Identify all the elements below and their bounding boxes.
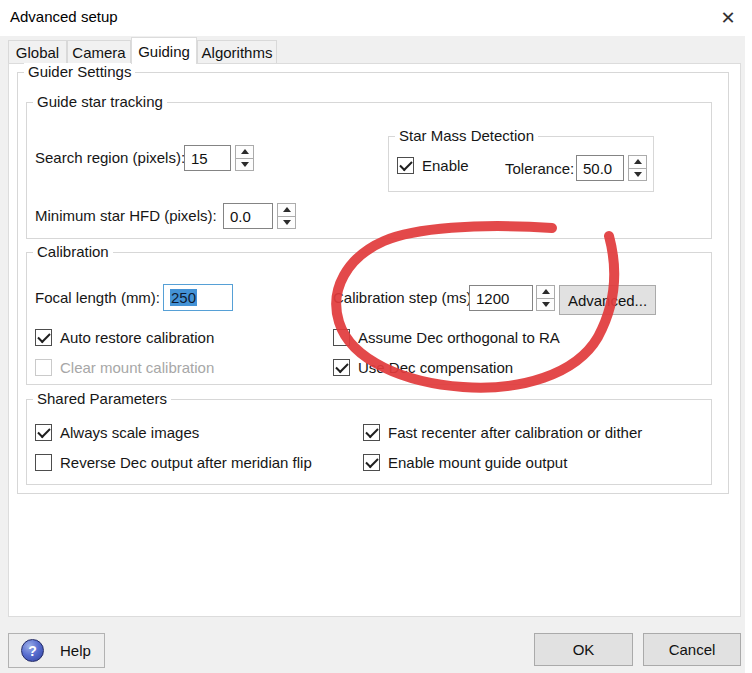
checkbox-box — [363, 454, 380, 471]
checkbox-box — [35, 454, 52, 471]
arrow-down-icon — [542, 302, 550, 307]
checkbox-label: Enable — [422, 157, 469, 174]
search-region-value: 15 — [191, 150, 208, 167]
assume-dec-orthogonal-checkbox[interactable]: Assume Dec orthogonal to RA — [333, 329, 560, 346]
guiding-tab-page: Guider Settings Guide star tracking Sear… — [8, 63, 741, 617]
spin-up-button[interactable] — [277, 203, 296, 217]
fast-recenter-checkbox[interactable]: Fast recenter after calibration or dithe… — [363, 424, 642, 441]
checkbox-box — [397, 157, 414, 174]
guide-star-tracking-label: Guide star tracking — [33, 93, 167, 110]
enable-checkbox[interactable]: Enable — [397, 157, 469, 174]
min-star-hfd-label: Minimum star HFD (pixels): — [35, 207, 217, 224]
calibration-step-input[interactable]: 1200 — [469, 285, 533, 311]
clear-mount-calibration-checkbox: Clear mount calibration — [35, 359, 214, 376]
spin-up-button[interactable] — [628, 155, 647, 169]
focal-length-input[interactable]: 250 — [163, 284, 233, 311]
spin-down-button[interactable] — [277, 217, 296, 230]
help-question-icon: ? — [21, 639, 44, 662]
checkbox-label: Use Dec compensation — [358, 359, 513, 376]
checkbox-box — [35, 359, 52, 376]
guider-settings-label: Guider Settings — [24, 63, 135, 80]
reverse-dec-output-checkbox[interactable]: Reverse Dec output after meridian flip — [35, 454, 312, 471]
tolerance-label: Tolerance: — [505, 160, 574, 177]
arrow-down-icon — [241, 162, 249, 167]
shared-parameters-group: Shared Parameters Always scale images Fa… — [26, 399, 712, 485]
arrow-up-icon — [283, 207, 291, 212]
tolerance-spinner — [628, 155, 647, 181]
calibration-group: Calibration Focal length (mm): 250 Calib… — [26, 252, 712, 385]
calibration-label: Calibration — [33, 243, 113, 260]
min-star-hfd-value: 0.0 — [230, 208, 251, 225]
focal-length-label: Focal length (mm): — [35, 289, 160, 306]
calibration-step-spinner — [536, 285, 555, 311]
star-mass-detection-label: Star Mass Detection — [395, 127, 538, 144]
checkbox-label: Fast recenter after calibration or dithe… — [388, 424, 642, 441]
always-scale-images-checkbox[interactable]: Always scale images — [35, 424, 199, 441]
tab-global[interactable]: Global — [8, 40, 67, 64]
checkbox-label: Enable mount guide output — [388, 454, 567, 471]
arrow-up-icon — [241, 149, 249, 154]
arrow-up-icon — [542, 289, 550, 294]
checkbox-label: Reverse Dec output after meridian flip — [60, 454, 312, 471]
cancel-button[interactable]: Cancel — [643, 633, 741, 666]
star-mass-detection-group: Star Mass Detection Enable Tolerance: 50… — [388, 136, 654, 192]
guider-settings-group: Guider Settings Guide star tracking Sear… — [17, 72, 729, 494]
ok-button[interactable]: OK — [534, 633, 633, 666]
search-region-label: Search region (pixels): — [35, 149, 185, 166]
spin-down-button[interactable] — [536, 299, 555, 312]
close-icon: ✕ — [720, 9, 735, 27]
arrow-down-icon — [634, 172, 642, 177]
shared-parameters-label: Shared Parameters — [33, 390, 171, 407]
checkbox-box — [333, 359, 350, 376]
min-star-hfd-spinner — [277, 203, 296, 229]
close-button[interactable]: ✕ — [712, 4, 744, 32]
spin-down-button[interactable] — [628, 169, 647, 182]
checkbox-box — [333, 329, 350, 346]
titlebar: Advanced setup ✕ — [0, 0, 745, 36]
search-region-input[interactable]: 15 — [184, 145, 231, 171]
arrow-up-icon — [634, 159, 642, 164]
tolerance-input[interactable]: 50.0 — [576, 155, 624, 181]
window-title: Advanced setup — [10, 8, 118, 25]
auto-restore-calibration-checkbox[interactable]: Auto restore calibration — [35, 329, 214, 346]
tab-camera[interactable]: Camera — [67, 40, 131, 64]
tab-guiding[interactable]: Guiding — [131, 37, 197, 64]
screenshot: Advanced setup ✕ Global Camera Guiding A… — [0, 0, 752, 673]
arrow-down-icon — [283, 220, 291, 225]
checkbox-box — [35, 424, 52, 441]
checkbox-label: Always scale images — [60, 424, 199, 441]
focal-length-value: 250 — [170, 289, 197, 306]
spin-up-button[interactable] — [536, 285, 555, 299]
checkbox-box — [363, 424, 380, 441]
calibration-step-label: Calibration step (ms): — [333, 289, 476, 306]
min-star-hfd-input[interactable]: 0.0 — [223, 203, 273, 229]
checkbox-label: Auto restore calibration — [60, 329, 214, 346]
checkbox-label: Clear mount calibration — [60, 359, 214, 376]
spin-up-button[interactable] — [235, 145, 254, 159]
guide-star-tracking-group: Guide star tracking Search region (pixel… — [26, 102, 712, 239]
spin-down-button[interactable] — [235, 159, 254, 172]
search-region-spinner — [235, 145, 254, 171]
help-button-label: Help — [60, 642, 91, 659]
calibration-step-value: 1200 — [476, 290, 509, 307]
tab-algorithms[interactable]: Algorithms — [197, 40, 277, 64]
checkbox-box — [35, 329, 52, 346]
tolerance-value: 50.0 — [583, 160, 612, 177]
enable-mount-guide-output-checkbox[interactable]: Enable mount guide output — [363, 454, 567, 471]
use-dec-compensation-checkbox[interactable]: Use Dec compensation — [333, 359, 513, 376]
help-button[interactable]: ? Help — [8, 633, 105, 668]
advanced-button[interactable]: Advanced... — [559, 285, 656, 315]
checkbox-label: Assume Dec orthogonal to RA — [358, 329, 560, 346]
advanced-setup-dialog: Advanced setup ✕ Global Camera Guiding A… — [0, 0, 745, 673]
